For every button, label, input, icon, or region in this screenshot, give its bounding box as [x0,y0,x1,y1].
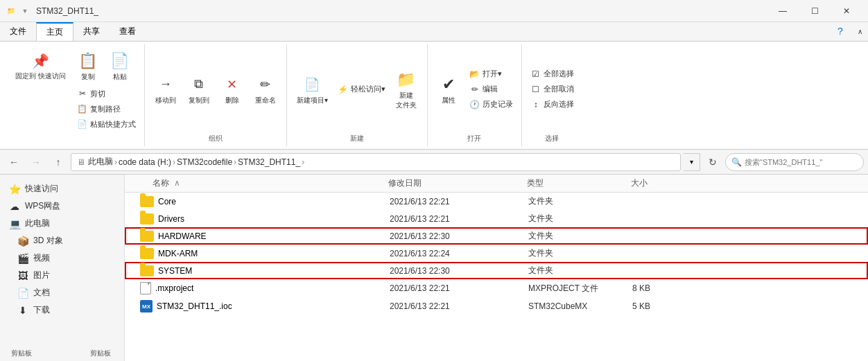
path-segment-thispc[interactable]: 此电脑 [88,156,113,168]
table-row[interactable]: MDK-ARM 2021/6/13 22:24 文件夹 [125,245,868,262]
path-segment-stm32codefile[interactable]: STM32codefile [177,157,232,167]
ribbon: 文件 主页 共享 查看 ? ∧ 📌 固定到 快速访问 📋 复制 [0,22,868,150]
video-icon: 🎬 [17,253,29,264]
sidebar-item-documents[interactable]: 📄 文档 [0,284,124,301]
sidebar-item-quickaccess[interactable]: ⭐ 快速访问 [0,180,124,197]
sort-arrow-name: ∧ [174,178,180,188]
selectall-icon: ☑ [530,69,541,80]
selectall-button[interactable]: ☑ 全部选择 [528,67,577,81]
back-button[interactable]: ← [4,152,24,172]
copy-button[interactable]: 📋 复制 [73,47,103,85]
openfile-button[interactable]: 📂 打开▾ [467,67,516,81]
tab-share[interactable]: 共享 [73,22,110,41]
newitem-button[interactable]: 📄 新建项目▾ [293,71,332,108]
pin-icon: 📌 [29,50,51,72]
folder-icon [140,231,154,242]
copypath-icon: 📋 [77,103,88,114]
clipboard-label: 剪贴板 [11,346,32,358]
delete-button[interactable]: ✕ 删除 [217,71,248,108]
search-box[interactable]: 🔍 [725,153,864,171]
sidebar-item-wps[interactable]: ☁ WPS网盘 [0,197,124,215]
close-button[interactable]: ✕ [831,0,862,22]
history-button[interactable]: 🕐 历史记录 [467,98,516,112]
sidebar-item-thispc[interactable]: 💻 此电脑 [0,215,124,232]
help-button[interactable]: ? [829,22,851,40]
copypath-button[interactable]: 📋 复制路径 [74,102,139,116]
file-name-mxproject: .mxproject [126,282,390,294]
tab-home[interactable]: 主页 [36,22,73,41]
moveto-button[interactable]: → 移动到 [150,71,181,108]
file-name-drivers: Drivers [126,213,390,224]
table-row[interactable]: Drivers 2021/6/13 22:21 文件夹 [125,210,868,227]
file-name-core: Core [126,196,390,207]
new-label: 新建 [350,131,364,143]
cut-icon: ✂ [77,88,88,99]
col-header-name[interactable]: 名称 ∧ [125,177,388,189]
newitem-icon: 📄 [301,73,323,96]
main-area: ⭐ 快速访问 ☁ WPS网盘 💻 此电脑 📦 3D 对象 🎬 视频 🖼 图片 📄… [0,175,868,361]
easyaccess-button[interactable]: ⚡ 轻松访问▾ [335,82,388,96]
refresh-button[interactable]: ↻ [703,152,722,172]
address-path[interactable]: 🖥 此电脑 › code data (H:) › STM32codefile ›… [71,153,681,171]
ribbon-content: 📌 固定到 快速访问 📋 复制 📄 粘贴 ✂ [0,41,868,149]
path-segment-codedata[interactable]: code data (H:) [119,157,171,167]
open-label: 打开 [467,131,481,143]
table-row[interactable]: Core 2021/6/13 22:21 文件夹 [125,193,868,210]
path-sep-2: › [173,157,175,167]
mx-icon: MX [140,300,153,312]
file-name-mdkarm: MDK-ARM [126,248,390,259]
table-row[interactable]: HARDWARE 2021/6/13 22:30 文件夹 [125,227,868,245]
folder-icon [140,196,154,207]
search-input[interactable] [745,158,858,166]
table-row[interactable]: SYSTEM 2021/6/13 22:30 文件夹 [125,262,868,279]
minimize-button[interactable]: — [767,0,799,22]
edit-button[interactable]: ✏ 编辑 [467,82,516,96]
file-name-hardware: HARDWARE [126,231,390,242]
file-list-area: 名称 ∧ 修改日期 类型 大小 Core 2021/6/13 22:21 文件夹 [125,175,868,361]
quickaccess-icon: ⭐ [8,184,21,195]
title-bar-controls: — ☐ ✕ [767,0,862,22]
path-segment-stm32dht11[interactable]: STM32_DHT11_ [238,157,300,167]
path-home-icon: 🖥 [77,157,85,167]
tab-file[interactable]: 文件 [0,22,36,41]
selectnone-button[interactable]: ☐ 全部取消 [528,82,577,96]
moveto-icon: → [155,73,177,96]
maximize-button[interactable]: ☐ [799,0,831,22]
pin-button[interactable]: 📌 固定到 快速访问 [11,47,70,89]
table-row[interactable]: MX STM32_DHT11_.ioc 2021/6/13 22:21 STM3… [125,297,868,315]
easyaccess-icon: ⚡ [338,84,349,95]
properties-button[interactable]: ✔ 属性 [433,71,464,108]
tab-view[interactable]: 查看 [110,22,146,41]
col-header-size[interactable]: 大小 [631,177,700,189]
col-header-type[interactable]: 类型 [527,177,631,189]
pasteshortcut-icon: 📄 [77,118,88,130]
file-list-header: 名称 ∧ 修改日期 类型 大小 [125,175,868,193]
forward-button[interactable]: → [26,152,46,172]
cut-button[interactable]: ✂ 剪切 [74,87,139,100]
invertselect-button[interactable]: ↕ 反向选择 [528,98,577,112]
wps-icon: ☁ [8,201,21,212]
ribbon-collapse-button[interactable]: ∧ [851,22,868,40]
title-bar-title: STM32_DHT11_ [36,6,767,16]
search-icon: 🔍 [731,157,742,167]
history-icon: 🕐 [469,99,480,110]
3dobjects-icon: 📦 [17,236,29,247]
sidebar-item-video[interactable]: 🎬 视频 [0,249,124,267]
ribbon-tabs: 文件 主页 共享 查看 ? ∧ [0,22,868,41]
copyto-button[interactable]: ⧉ 复制到 [184,71,214,108]
sidebar-item-downloads[interactable]: ⬇ 下载 [0,301,124,319]
address-dropdown-button[interactable]: ▾ [684,153,700,171]
pasteshortcut-button[interactable]: 📄 粘贴快捷方式 [74,117,139,131]
col-header-date[interactable]: 修改日期 [388,177,527,189]
newfolder-button[interactable]: 📁 新建文件夹 [391,66,422,113]
sidebar-item-pictures[interactable]: 🖼 图片 [0,267,124,284]
rename-button[interactable]: ✏ 重命名 [250,71,281,108]
paste-icon: 📄 [109,50,131,72]
openfile-icon: 📂 [469,69,480,80]
table-row[interactable]: .mxproject 2021/6/13 22:21 MXPROJECT 文件 … [125,279,868,297]
folder-icon [140,265,154,276]
sidebar-item-3dobjects[interactable]: 📦 3D 对象 [0,232,124,249]
properties-icon: ✔ [437,73,460,96]
paste-button[interactable]: 📄 粘贴 [105,47,135,85]
up-button[interactable]: ↑ [49,152,68,172]
